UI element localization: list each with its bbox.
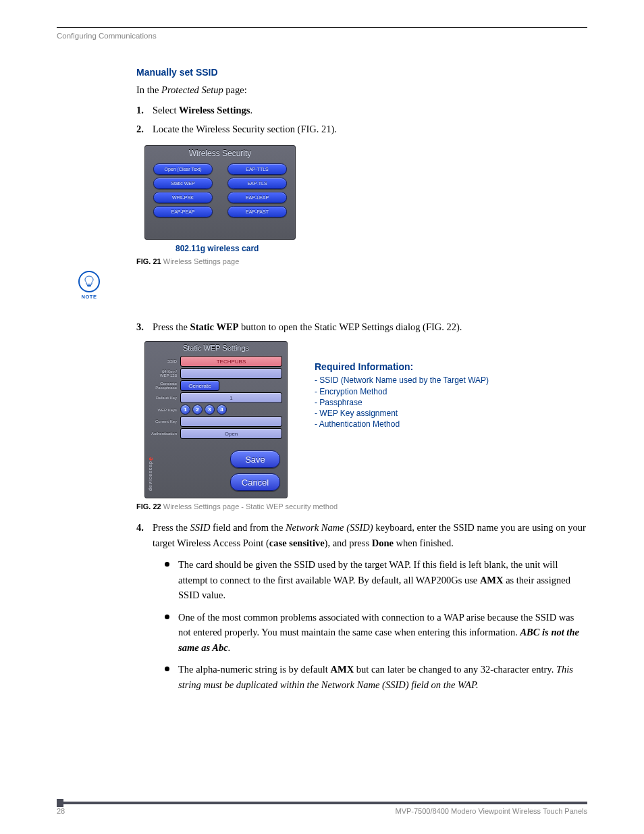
- auth-label: Authentication: [150, 432, 177, 436]
- reqinfo-item: - Passphrase: [315, 397, 587, 408]
- wep-key-3-button[interactable]: 3: [205, 405, 215, 415]
- section-heading: Manually set SSID: [136, 67, 587, 78]
- wireless-security-panel: Wireless Security Open (Clear Text) EAP-…: [144, 145, 296, 240]
- authentication-field[interactable]: Open: [180, 428, 282, 439]
- fig21-label: FIG. 21 Wireless Settings page: [136, 257, 587, 265]
- gen-label: Generate Passphrase: [150, 382, 177, 390]
- wep128-label: 64 Key / WEP 128: [150, 369, 177, 378]
- wep-key-2-button[interactable]: 2: [192, 405, 203, 415]
- step-4: 4. Press the SSID field and from the Net…: [136, 520, 587, 550]
- step-3: 3. Press the Static WEP button to open t…: [136, 319, 587, 334]
- defkey-label: Default Key: [150, 396, 177, 400]
- reqinfo-item: - SSID (Network Name used by the Target …: [315, 375, 587, 386]
- wpa-psk-button[interactable]: WPA-PSK: [153, 192, 213, 203]
- note-icon: NOTE: [78, 271, 100, 300]
- reqinfo-item: - Authentication Method: [315, 419, 587, 429]
- default-key-field[interactable]: 1: [180, 392, 282, 403]
- curkey-label: Current Key: [150, 419, 177, 423]
- current-key-field[interactable]: [180, 416, 282, 427]
- fig22-label: FIG. 22 Wireless Settings page - Static …: [136, 502, 587, 511]
- bullet-1: The card should be given the SSID used b…: [165, 557, 587, 602]
- footer-title: MVP-7500/8400 Modero Viewpoint Wireless …: [395, 807, 587, 815]
- eap-fast-button[interactable]: EAP-FAST: [227, 206, 287, 217]
- wep128-field[interactable]: [180, 368, 282, 379]
- panel-title: Wireless Security: [145, 146, 295, 161]
- wepkeys-label: WEP Keys: [150, 408, 177, 412]
- wep-key-1-button[interactable]: 1: [180, 405, 190, 415]
- eap-ttls-button[interactable]: EAP-TTLS: [227, 163, 287, 175]
- reqinfo-item: - Encryption Method: [315, 386, 587, 397]
- reqinfo-item: - WEP Key assignment: [315, 408, 587, 419]
- wep-key-4-button[interactable]: 4: [217, 405, 227, 415]
- bullet-2: One of the most common problems associat…: [165, 610, 587, 655]
- lightbulb-icon: [78, 271, 100, 292]
- fig21-subcap: 802.11g wireless card: [176, 244, 587, 253]
- running-header: Configuring Communications: [57, 32, 587, 40]
- page-number: 28: [57, 807, 65, 815]
- static-wep-panel: Static WEP Settings SSID TECHPUBS 64 Key…: [144, 341, 288, 498]
- eap-tls-button[interactable]: EAP-TLS: [227, 178, 287, 189]
- cancel-button[interactable]: Cancel: [230, 473, 280, 491]
- ssid-label: SSID: [150, 359, 177, 363]
- devicescape-logo: devicescape: [147, 457, 154, 491]
- step-2: 2. Locate the Wireless Security section …: [136, 122, 587, 136]
- generate-button[interactable]: Generate: [180, 380, 219, 391]
- eap-peap-button[interactable]: EAP-PEAP: [153, 206, 213, 217]
- eap-leap-button[interactable]: EAP-LEAP: [227, 192, 287, 203]
- ssid-field[interactable]: TECHPUBS: [180, 356, 282, 367]
- step-1: 1. Select Wireless Settings.: [136, 103, 587, 118]
- footer-bar: [57, 802, 587, 804]
- required-info-title: Required Information:: [315, 361, 587, 372]
- bullet-3: The alpha-numeric string is by default A…: [165, 662, 587, 692]
- intro-line: In the Protected Setup page:: [136, 84, 587, 96]
- static-wep-button[interactable]: Static WEP: [153, 178, 213, 189]
- open-clear-text-button[interactable]: Open (Clear Text): [153, 163, 213, 175]
- required-info-box: Required Information: - SSID (Network Na…: [315, 361, 587, 429]
- save-button[interactable]: Save: [230, 450, 280, 468]
- panel2-title: Static WEP Settings: [145, 342, 287, 355]
